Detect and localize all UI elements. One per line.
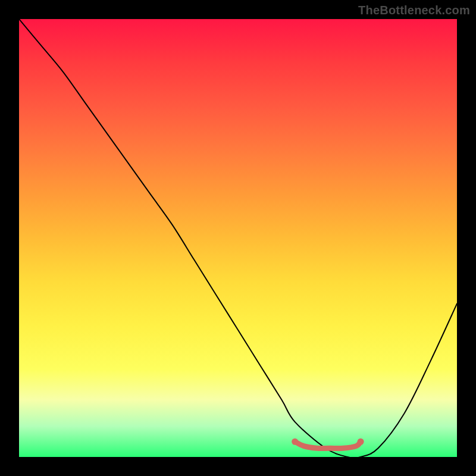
watermark-text: TheBottleneck.com	[358, 4, 470, 17]
plot-area	[19, 19, 457, 457]
chart-frame: TheBottleneck.com	[0, 0, 476, 476]
